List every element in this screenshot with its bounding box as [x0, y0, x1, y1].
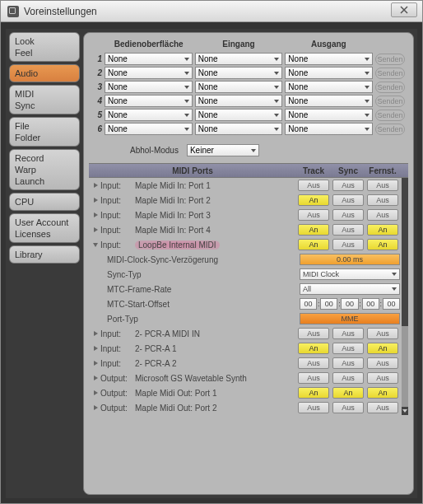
- input-dropdown[interactable]: None: [195, 123, 283, 135]
- sidebar-item-midi[interactable]: MIDI: [15, 88, 74, 100]
- track-toggle[interactable]: Aus: [298, 180, 329, 191]
- remote-toggle[interactable]: An: [367, 343, 398, 354]
- track-toggle[interactable]: Aus: [298, 209, 329, 221]
- dump-button[interactable]: Senden: [375, 110, 405, 121]
- mtc-rate-dropdown[interactable]: All: [300, 283, 400, 295]
- track-toggle[interactable]: An: [298, 387, 329, 399]
- output-dropdown[interactable]: None: [285, 95, 373, 107]
- remote-toggle[interactable]: Aus: [367, 180, 398, 191]
- expand-toggle-icon[interactable]: [91, 331, 100, 336]
- sidebar-item-licenses[interactable]: Licenses: [15, 228, 74, 240]
- sidebar-item-user-account[interactable]: User Account: [15, 217, 74, 228]
- expand-toggle-icon[interactable]: [91, 405, 100, 410]
- mtc-seg[interactable]: 00: [300, 298, 317, 310]
- input-dropdown[interactable]: None: [195, 109, 283, 121]
- surface-dropdown[interactable]: None: [105, 67, 193, 79]
- scroll-down-button[interactable]: [402, 407, 408, 415]
- sidebar-item-launch[interactable]: Launch: [15, 175, 74, 187]
- surface-dropdown[interactable]: None: [105, 95, 193, 107]
- remote-toggle[interactable]: An: [367, 387, 398, 399]
- track-toggle[interactable]: An: [298, 343, 329, 354]
- expand-toggle-icon[interactable]: [91, 390, 100, 395]
- output-dropdown[interactable]: None: [285, 123, 373, 135]
- title-bar[interactable]: Voreinstellungen: [1, 1, 422, 22]
- remote-toggle[interactable]: Aus: [367, 402, 398, 413]
- expand-toggle-icon[interactable]: [91, 198, 100, 203]
- output-dropdown[interactable]: None: [285, 67, 373, 79]
- sync-toggle[interactable]: An: [332, 387, 364, 399]
- remote-toggle[interactable]: Aus: [367, 357, 398, 369]
- clock-delay-value[interactable]: 0.00 ms: [300, 254, 400, 265]
- sync-toggle[interactable]: Aus: [332, 328, 364, 339]
- sync-toggle[interactable]: Aus: [332, 180, 364, 191]
- sidebar-item-folder[interactable]: Folder: [15, 132, 74, 143]
- sidebar-item-file[interactable]: File: [15, 120, 74, 132]
- expand-toggle-icon[interactable]: [91, 227, 100, 232]
- midi-port-row: Input:Maple Midi In: Port 1AusAusAus: [89, 178, 408, 193]
- surface-dropdown[interactable]: None: [105, 81, 193, 93]
- input-dropdown[interactable]: None: [195, 95, 283, 107]
- expand-toggle-icon[interactable]: [91, 212, 100, 217]
- sync-toggle[interactable]: Aus: [332, 343, 364, 354]
- sync-toggle[interactable]: Aus: [332, 209, 364, 221]
- output-dropdown[interactable]: None: [285, 109, 373, 121]
- sync-type-dropdown[interactable]: MIDI Clock: [300, 268, 400, 280]
- remote-toggle[interactable]: An: [367, 239, 398, 250]
- dump-button[interactable]: Senden: [375, 54, 405, 65]
- port-type-value[interactable]: MME: [300, 313, 400, 324]
- mtc-seg[interactable]: 00: [320, 298, 337, 310]
- sidebar-item-look[interactable]: Look: [15, 35, 74, 47]
- output-dropdown[interactable]: None: [285, 53, 373, 65]
- track-toggle[interactable]: Aus: [298, 328, 329, 339]
- track-toggle[interactable]: Aus: [298, 372, 329, 384]
- expand-toggle-icon[interactable]: [91, 346, 100, 351]
- sync-toggle[interactable]: Aus: [332, 402, 364, 413]
- expand-toggle-icon[interactable]: [91, 243, 100, 247]
- expand-toggle-icon[interactable]: [91, 376, 100, 380]
- sidebar-item-warp[interactable]: Warp: [15, 164, 74, 175]
- remote-toggle[interactable]: An: [367, 224, 398, 236]
- scrollbar-thumb[interactable]: [402, 178, 408, 326]
- remote-toggle[interactable]: Aus: [367, 328, 398, 339]
- close-button[interactable]: [391, 2, 417, 17]
- sidebar-item-record[interactable]: Record: [15, 152, 74, 164]
- sync-toggle[interactable]: Aus: [332, 194, 364, 206]
- sync-toggle[interactable]: Aus: [332, 239, 364, 250]
- track-toggle[interactable]: An: [298, 239, 329, 250]
- expand-toggle-icon[interactable]: [91, 183, 100, 188]
- sidebar-item-library[interactable]: Library: [15, 249, 74, 260]
- input-dropdown[interactable]: None: [195, 53, 283, 65]
- port-name: Maple Midi In: Port 2: [135, 196, 296, 205]
- dump-button[interactable]: Senden: [375, 68, 405, 79]
- takeover-mode-label: Abhol-Modus: [130, 146, 179, 155]
- mtc-seg[interactable]: 00: [341, 298, 358, 310]
- track-toggle[interactable]: An: [298, 224, 329, 236]
- sidebar-item-sync[interactable]: Sync: [15, 100, 74, 111]
- dump-button[interactable]: Senden: [375, 124, 405, 135]
- sync-toggle[interactable]: Aus: [332, 224, 364, 236]
- remote-toggle[interactable]: Aus: [367, 194, 398, 206]
- surface-dropdown[interactable]: None: [105, 123, 193, 135]
- sidebar-item-audio[interactable]: Audio: [15, 68, 74, 79]
- dump-button[interactable]: Senden: [375, 82, 405, 93]
- sync-toggle[interactable]: Aus: [332, 357, 364, 369]
- surface-dropdown[interactable]: None: [105, 53, 193, 65]
- mtc-seg[interactable]: 00: [383, 298, 400, 310]
- sidebar-item-cpu[interactable]: CPU: [15, 196, 74, 208]
- surface-dropdown[interactable]: None: [105, 109, 193, 121]
- mtc-seg[interactable]: 00: [362, 298, 379, 310]
- input-dropdown[interactable]: None: [195, 67, 283, 79]
- remote-toggle[interactable]: Aus: [367, 209, 398, 221]
- sidebar-item-feel[interactable]: Feel: [15, 47, 74, 58]
- output-dropdown[interactable]: None: [285, 81, 373, 93]
- track-toggle[interactable]: An: [298, 194, 329, 206]
- input-dropdown[interactable]: None: [195, 81, 283, 93]
- header-sync: Sync: [331, 166, 365, 175]
- track-toggle[interactable]: Aus: [298, 357, 329, 369]
- dump-button[interactable]: Senden: [375, 96, 405, 107]
- takeover-mode-dropdown[interactable]: Keiner: [187, 144, 259, 156]
- expand-toggle-icon[interactable]: [91, 361, 100, 366]
- track-toggle[interactable]: Aus: [298, 402, 329, 413]
- sync-toggle[interactable]: Aus: [332, 372, 364, 384]
- remote-toggle[interactable]: Aus: [367, 372, 398, 384]
